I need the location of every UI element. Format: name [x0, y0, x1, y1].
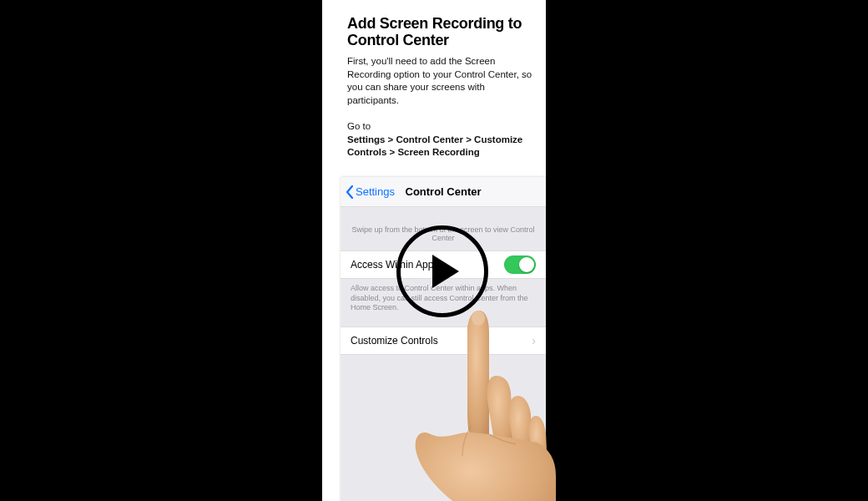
play-icon [432, 255, 459, 288]
chevron-right-icon: › [532, 334, 536, 347]
navigation-path: Go to Settings > Control Center > Custom… [347, 120, 534, 159]
back-label: Settings [356, 185, 395, 198]
heading: Add Screen Recording to Control Center [347, 15, 534, 48]
access-within-apps-toggle[interactable] [504, 256, 536, 274]
nav-bar: Settings Control Center [341, 177, 546, 207]
customize-controls-label: Customize Controls [351, 335, 438, 347]
goto-label: Go to [347, 121, 371, 131]
customize-controls-cell[interactable]: Customize Controls › [341, 326, 546, 355]
chevron-left-icon [346, 185, 354, 199]
back-button[interactable]: Settings [341, 185, 395, 199]
description: First, you'll need to add the Screen Rec… [347, 55, 534, 107]
toggle-knob [519, 257, 534, 272]
goto-path: Settings > Control Center > Customize Co… [347, 134, 522, 158]
play-button[interactable] [396, 225, 488, 317]
